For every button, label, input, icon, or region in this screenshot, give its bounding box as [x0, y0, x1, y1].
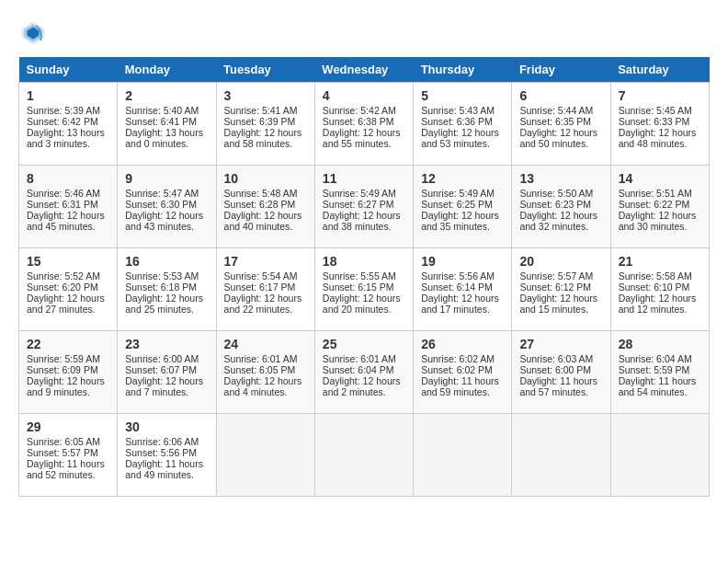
- calendar-cell: 3Sunrise: 5:41 AMSunset: 6:39 PMDaylight…: [216, 83, 314, 166]
- daylight: Daylight: 13 hours and 0 minutes.: [125, 127, 203, 149]
- sunset: Sunset: 6:31 PM: [27, 199, 98, 210]
- daylight: Daylight: 12 hours and 50 minutes.: [519, 127, 597, 149]
- daylight: Daylight: 12 hours and 32 minutes.: [519, 210, 597, 232]
- daylight: Daylight: 11 hours and 54 minutes.: [619, 375, 697, 397]
- day-number: 24: [224, 337, 307, 351]
- day-number: 23: [125, 337, 208, 351]
- calendar-cell: 12Sunrise: 5:49 AMSunset: 6:25 PMDayligh…: [414, 166, 512, 248]
- sunset: Sunset: 6:42 PM: [27, 116, 98, 127]
- sunset: Sunset: 6:18 PM: [125, 282, 197, 293]
- day-number: 17: [224, 254, 307, 269]
- sunset: Sunset: 6:38 PM: [323, 116, 394, 127]
- daylight: Daylight: 12 hours and 43 minutes.: [125, 210, 203, 232]
- calendar-cell: 15Sunrise: 5:52 AMSunset: 6:20 PMDayligh…: [19, 248, 118, 331]
- sunset: Sunset: 5:59 PM: [619, 364, 690, 375]
- sunset: Sunset: 6:27 PM: [323, 199, 394, 210]
- sunrise: Sunrise: 5:57 AM: [519, 270, 593, 282]
- calendar-week-4: 22Sunrise: 5:59 AMSunset: 6:09 PMDayligh…: [19, 331, 710, 414]
- sunrise: Sunrise: 5:42 AM: [323, 105, 396, 116]
- sunrise: Sunrise: 6:05 AM: [27, 436, 100, 447]
- daylight: Daylight: 12 hours and 40 minutes.: [224, 210, 302, 232]
- day-number: 9: [125, 171, 208, 186]
- calendar-cell: 7Sunrise: 5:45 AMSunset: 6:33 PMDaylight…: [610, 83, 709, 166]
- sunrise: Sunrise: 5:52 AM: [27, 270, 100, 282]
- calendar-cell: 25Sunrise: 6:01 AMSunset: 6:04 PMDayligh…: [314, 331, 413, 414]
- daylight: Daylight: 12 hours and 53 minutes.: [421, 127, 499, 149]
- day-number: 7: [619, 88, 701, 103]
- daylight: Daylight: 13 hours and 3 minutes.: [27, 127, 105, 149]
- calendar-table: Sunday Monday Tuesday Wednesday Thursday…: [18, 57, 710, 497]
- sunrise: Sunrise: 6:06 AM: [125, 436, 199, 447]
- sunrise: Sunrise: 5:45 AM: [619, 105, 692, 116]
- day-number: 13: [519, 171, 602, 186]
- sunrise: Sunrise: 5:59 AM: [27, 353, 100, 364]
- calendar-cell: 20Sunrise: 5:57 AMSunset: 6:12 PMDayligh…: [512, 248, 610, 331]
- day-number: 2: [125, 88, 208, 103]
- sunset: Sunset: 6:35 PM: [519, 116, 591, 127]
- calendar-cell: 2Sunrise: 5:40 AMSunset: 6:41 PMDaylight…: [118, 83, 216, 166]
- calendar-week-3: 15Sunrise: 5:52 AMSunset: 6:20 PMDayligh…: [19, 248, 710, 331]
- sunrise: Sunrise: 5:44 AM: [519, 105, 593, 116]
- day-number: 20: [519, 254, 602, 269]
- daylight: Daylight: 12 hours and 4 minutes.: [224, 375, 302, 397]
- calendar-cell: 30Sunrise: 6:06 AMSunset: 5:56 PMDayligh…: [118, 414, 216, 497]
- sunset: Sunset: 6:20 PM: [27, 282, 98, 293]
- sunset: Sunset: 6:02 PM: [421, 364, 493, 375]
- daylight: Daylight: 12 hours and 20 minutes.: [323, 293, 401, 315]
- sunset: Sunset: 6:33 PM: [619, 116, 690, 127]
- day-number: 22: [27, 337, 109, 351]
- daylight: Daylight: 12 hours and 38 minutes.: [323, 210, 401, 232]
- sunrise: Sunrise: 5:49 AM: [421, 188, 495, 199]
- calendar-cell: 4Sunrise: 5:42 AMSunset: 6:38 PMDaylight…: [314, 83, 413, 166]
- calendar-cell: [414, 414, 512, 497]
- daylight: Daylight: 12 hours and 9 minutes.: [27, 375, 105, 397]
- day-number: 25: [323, 337, 405, 351]
- calendar-cell: 22Sunrise: 5:59 AMSunset: 6:09 PMDayligh…: [19, 331, 118, 414]
- day-number: 16: [125, 254, 208, 269]
- sunrise: Sunrise: 5:46 AM: [27, 188, 100, 199]
- daylight: Daylight: 12 hours and 48 minutes.: [619, 127, 697, 149]
- calendar-cell: 26Sunrise: 6:02 AMSunset: 6:02 PMDayligh…: [414, 331, 512, 414]
- sunset: Sunset: 6:25 PM: [421, 199, 493, 210]
- header-row: Sunday Monday Tuesday Wednesday Thursday…: [19, 57, 710, 83]
- col-thursday: Thursday: [414, 57, 512, 83]
- daylight: Daylight: 12 hours and 15 minutes.: [519, 293, 597, 315]
- sunrise: Sunrise: 5:49 AM: [323, 188, 396, 199]
- sunrise: Sunrise: 5:54 AM: [224, 270, 298, 282]
- sunrise: Sunrise: 5:48 AM: [224, 188, 298, 199]
- day-number: 5: [421, 88, 504, 103]
- calendar-cell: 27Sunrise: 6:03 AMSunset: 6:00 PMDayligh…: [512, 331, 610, 414]
- sunset: Sunset: 6:23 PM: [519, 199, 591, 210]
- sunset: Sunset: 6:15 PM: [323, 282, 394, 293]
- sunset: Sunset: 6:12 PM: [519, 282, 591, 293]
- calendar-cell: 18Sunrise: 5:55 AMSunset: 6:15 PMDayligh…: [314, 248, 413, 331]
- day-number: 28: [619, 337, 701, 351]
- logo-icon: [18, 18, 48, 48]
- calendar-week-2: 8Sunrise: 5:46 AMSunset: 6:31 PMDaylight…: [19, 166, 710, 248]
- sunset: Sunset: 6:36 PM: [421, 116, 493, 127]
- sunset: Sunset: 6:14 PM: [421, 282, 493, 293]
- calendar-cell: [314, 414, 413, 497]
- calendar-cell: 21Sunrise: 5:58 AMSunset: 6:10 PMDayligh…: [610, 248, 709, 331]
- sunset: Sunset: 5:56 PM: [125, 447, 197, 458]
- col-saturday: Saturday: [610, 57, 709, 83]
- sunrise: Sunrise: 5:53 AM: [125, 270, 199, 282]
- sunrise: Sunrise: 5:55 AM: [323, 270, 396, 282]
- col-sunday: Sunday: [19, 57, 118, 83]
- sunset: Sunset: 6:30 PM: [125, 199, 197, 210]
- calendar-week-5: 29Sunrise: 6:05 AMSunset: 5:57 PMDayligh…: [19, 414, 710, 497]
- calendar-cell: [512, 414, 610, 497]
- daylight: Daylight: 12 hours and 25 minutes.: [125, 293, 203, 315]
- calendar-cell: [216, 414, 314, 497]
- sunset: Sunset: 6:09 PM: [27, 364, 98, 375]
- calendar-cell: 14Sunrise: 5:51 AMSunset: 6:22 PMDayligh…: [610, 166, 709, 248]
- sunrise: Sunrise: 5:58 AM: [619, 270, 692, 282]
- sunrise: Sunrise: 5:41 AM: [224, 105, 298, 116]
- calendar-cell: 16Sunrise: 5:53 AMSunset: 6:18 PMDayligh…: [118, 248, 216, 331]
- day-number: 4: [323, 88, 405, 103]
- calendar-cell: 5Sunrise: 5:43 AMSunset: 6:36 PMDaylight…: [414, 83, 512, 166]
- sunrise: Sunrise: 5:56 AM: [421, 270, 495, 282]
- daylight: Daylight: 12 hours and 27 minutes.: [27, 293, 105, 315]
- day-number: 11: [323, 171, 405, 186]
- logo: [18, 18, 51, 48]
